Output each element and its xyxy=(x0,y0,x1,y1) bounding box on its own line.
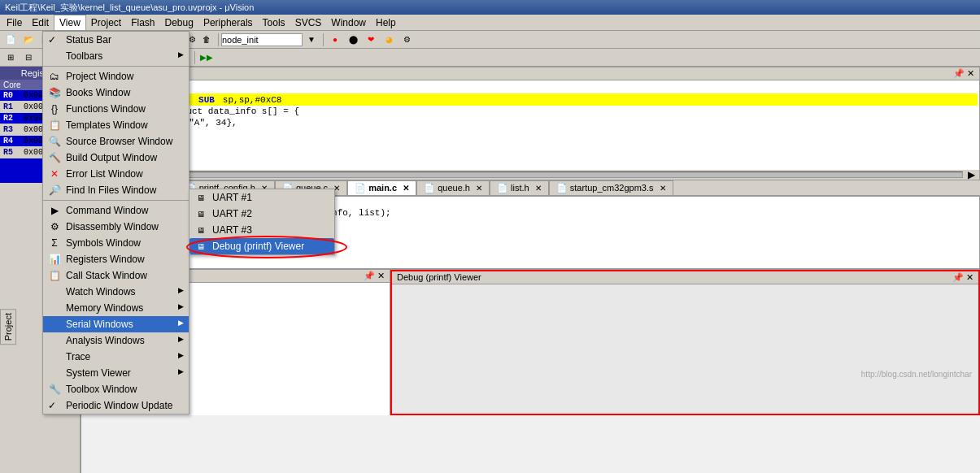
disassembly-controls[interactable]: 📌 ✕ xyxy=(953,68,974,79)
menu-trace[interactable]: Trace xyxy=(43,349,189,365)
menu-build-output[interactable]: 🔨 Build Output Window xyxy=(43,150,189,166)
menu-svcs[interactable]: SVCS xyxy=(290,15,327,30)
debug-printf-pane: Debug (printf) Viewer 📌 ✕ http://blog.cs… xyxy=(390,270,980,415)
settings-btn[interactable]: ⚙ xyxy=(399,33,415,47)
menu-toolbars[interactable]: Toolbars xyxy=(43,48,189,64)
menu-sep2 xyxy=(43,200,189,201)
menu-system-viewer[interactable]: System Viewer xyxy=(43,365,189,381)
menu-debug-printf[interactable]: 🖥 Debug (printf) Viewer xyxy=(189,238,334,254)
debug-btn4[interactable]: ◕ xyxy=(381,33,397,47)
tab-queue-h[interactable]: 📄 queue.h ✕ xyxy=(416,180,490,195)
debug-controls[interactable]: 📌 ✕ xyxy=(952,272,973,283)
sep5 xyxy=(323,33,324,46)
menu-disassembly-window[interactable]: ⚙ Disassembly Window xyxy=(43,219,189,235)
menu-templates-window[interactable]: 📋 Templates Window xyxy=(43,117,189,133)
code-line-23: 23: { xyxy=(84,82,978,93)
disasm-scrollbar[interactable]: ◀ ▶ xyxy=(82,170,979,180)
project-window-icon: 🗂 xyxy=(48,70,61,83)
tab-list-h[interactable]: 📄 list.h ✕ xyxy=(490,180,549,195)
sep4 xyxy=(218,33,219,46)
open-btn[interactable]: 📂 xyxy=(20,33,37,47)
close-main-c[interactable]: ✕ xyxy=(403,184,409,193)
target-select[interactable] xyxy=(221,33,303,46)
project-tab[interactable]: Project xyxy=(0,309,16,345)
menu-uart3[interactable]: 🖥 UART #3 xyxy=(189,222,334,238)
serial-submenu: 🖥 UART #1 🖥 UART #2 🖥 UART #3 🖥 Debug (p… xyxy=(189,189,335,255)
menu-uart2[interactable]: 🖥 UART #2 xyxy=(189,206,334,222)
title-bar: Keil工程\Keil_实验\kernel_list_queue\asu_pro… xyxy=(0,0,980,15)
watch-icon xyxy=(48,285,61,298)
uart3-icon: 🖥 xyxy=(194,223,207,236)
analysis-icon xyxy=(48,334,61,347)
menu-help[interactable]: Help xyxy=(371,15,401,30)
memory-icon xyxy=(48,302,61,315)
menu-call-stack[interactable]: 📋 Call Stack Window xyxy=(43,267,189,284)
system-viewer-icon xyxy=(48,367,61,380)
disassembly-header: Disassembly 📌 ✕ xyxy=(82,67,979,80)
source-browser-icon: 🔍 xyxy=(48,135,61,148)
close-list-h[interactable]: ✕ xyxy=(535,184,542,193)
menu-uart1[interactable]: 🖥 UART #1 xyxy=(189,189,334,206)
menu-edit[interactable]: Edit xyxy=(27,15,54,30)
disassembly-icon: ⚙ xyxy=(48,220,61,233)
menu-periodic-update[interactable]: ✓ Periodic Window Update xyxy=(43,397,189,414)
tab-startup[interactable]: 📄 startup_cm32gpm3.s ✕ xyxy=(549,180,673,195)
debug-printf-icon: 🖥 xyxy=(194,240,207,253)
menu-registers-window[interactable]: 📊 Registers Window xyxy=(43,251,189,267)
menu-books-window[interactable]: 📚 Books Window xyxy=(43,85,189,101)
menu-serial-windows[interactable]: Serial Windows xyxy=(43,316,189,332)
debug-btn3[interactable]: ❤ xyxy=(363,33,379,47)
menu-project-window[interactable]: 🗂 Project Window xyxy=(43,68,189,85)
uart2-icon: 🖥 xyxy=(194,207,207,220)
tab-main-c[interactable]: 📄 main.c ✕ xyxy=(347,180,416,195)
new-btn[interactable]: 📄 xyxy=(2,33,19,47)
error-list-icon: ✕ xyxy=(48,167,61,180)
menu-symbols-window[interactable]: Σ Symbols Window xyxy=(43,235,189,251)
debug-printf-title: Debug (printf) Viewer xyxy=(397,272,481,283)
disassembly-pane: Disassembly 📌 ✕ 23: { ➤ 0x00000378 B0B2 … xyxy=(81,67,980,180)
find-in-files-icon: 🔎 xyxy=(48,184,61,197)
content-area: Disassembly 📌 ✕ 23: { ➤ 0x00000378 B0B2 … xyxy=(81,67,980,473)
tb2-btn2[interactable]: ⊟ xyxy=(20,50,37,65)
menu-peripherals[interactable]: Peripherals xyxy=(198,15,258,30)
debug-printf-header: Debug (printf) Viewer 📌 ✕ xyxy=(392,271,978,284)
menu-source-browser[interactable]: 🔍 Source Browser Window xyxy=(43,133,189,150)
disassembly-content: 23: { ➤ 0x00000378 B0B2 SUB sp,sp,#0xC8 … xyxy=(82,80,979,130)
code-line-25: 25: {"A", 34}, xyxy=(84,117,978,128)
menu-command-window[interactable]: ▶ Command Window xyxy=(43,202,189,219)
menu-functions-window[interactable]: {} Functions Window xyxy=(43,101,189,117)
menu-file[interactable]: File xyxy=(2,15,27,30)
build-output-icon: 🔨 xyxy=(48,151,61,164)
tb2-btn1[interactable]: ⊞ xyxy=(2,50,19,65)
menu-tools[interactable]: Tools xyxy=(258,15,290,30)
menu-view[interactable]: View xyxy=(54,15,86,31)
close-queue-h[interactable]: ✕ xyxy=(476,184,482,193)
debug-stop-btn[interactable]: ⬤ xyxy=(345,33,361,47)
close-startup[interactable]: ✕ xyxy=(660,184,666,193)
menu-window[interactable]: Window xyxy=(326,15,371,30)
menu-project[interactable]: Project xyxy=(86,15,126,30)
cmd-controls[interactable]: 📌 ✕ xyxy=(364,271,385,281)
menu-analysis-windows[interactable]: Analysis Windows xyxy=(43,332,189,349)
menu-memory-windows[interactable]: Memory Windows xyxy=(43,300,189,316)
menu-debug[interactable]: Debug xyxy=(160,15,198,30)
menu-find-in-files[interactable]: 🔎 Find In Files Window xyxy=(43,182,189,198)
menu-toolbox-window[interactable]: 🔧 Toolbox Window xyxy=(43,381,189,397)
bottom-area: Command 📌 ✕ ad "E:\\asu\\ \\asu\\ 1, `p … xyxy=(81,269,980,415)
menu-error-list[interactable]: ✕ Error List Window xyxy=(43,166,189,182)
clean-btn[interactable]: 🗑 xyxy=(198,33,215,47)
tb2-btn11[interactable]: ▶▶ xyxy=(198,50,215,65)
toolbars-icon xyxy=(48,50,61,63)
functions-icon: {} xyxy=(48,102,61,115)
symbols-icon: Σ xyxy=(48,236,61,250)
debug-start-btn[interactable]: ● xyxy=(327,33,343,47)
books-icon: 📚 xyxy=(48,86,61,99)
menu-watch-windows[interactable]: Watch Windows xyxy=(43,284,189,300)
sep8 xyxy=(194,51,195,64)
menu-status-bar[interactable]: ✓ Status Bar xyxy=(43,32,189,48)
target-btn[interactable]: ▼ xyxy=(303,33,320,47)
menu-flash[interactable]: Flash xyxy=(126,15,159,30)
templates-icon: 📋 xyxy=(48,119,61,132)
code-line-24: 24: struct data_info s[] = { xyxy=(84,106,978,117)
uart1-icon: 🖥 xyxy=(194,191,207,204)
